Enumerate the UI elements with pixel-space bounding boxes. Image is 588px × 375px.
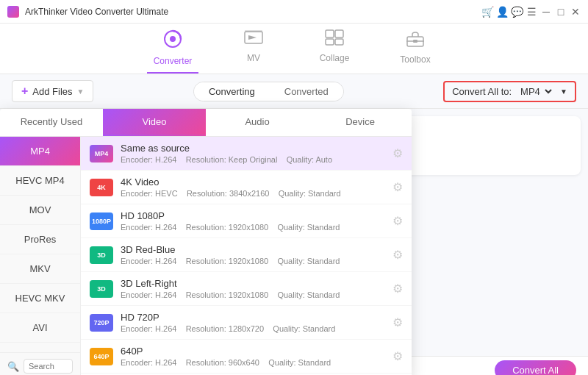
format-name: HD 1080P [121, 210, 385, 221]
format-settings-icon[interactable]: ⚙ [392, 180, 403, 194]
search-icon: 🔍 [7, 361, 19, 372]
close-icon[interactable]: ✕ [570, 7, 581, 17]
format-badge: MP4 [90, 145, 113, 162]
file-area: Source MKV 9... ⚙ ✂ Recently Used Video … [0, 109, 588, 356]
format-badge: 720P [90, 314, 113, 332]
nav-converter[interactable]: Converter [147, 29, 198, 74]
svg-rect-10 [413, 40, 417, 43]
tab-group: Converting Converted [193, 82, 344, 101]
add-files-dropdown-icon[interactable]: ▼ [77, 88, 85, 96]
titlebar: ArkThinker Video Converter Ultimate 🛒 👤 … [0, 0, 588, 24]
dropdown-tab-audio[interactable]: Audio [206, 109, 309, 136]
sidebar-item-hevc-mp4[interactable]: HEVC MP4 [0, 166, 80, 196]
sidebar-item-5k8k[interactable]: 5K/8K Video [0, 343, 80, 352]
format-settings-icon[interactable]: ⚙ [392, 315, 403, 329]
format-details: 4K Video Encoder: HEVC Resolution: 3840x… [121, 176, 385, 198]
svg-point-1 [170, 36, 176, 42]
format-settings-icon[interactable]: ⚙ [392, 349, 403, 363]
sidebar-item-mkv[interactable]: MKV [0, 254, 80, 284]
nav-mv-label: MV [247, 53, 260, 63]
convert-all-arrow: ▼ [560, 88, 567, 96]
maximize-icon[interactable]: □ [556, 7, 566, 17]
format-name: Same as source [121, 143, 385, 154]
toolbox-icon [406, 29, 425, 51]
svg-rect-5 [335, 30, 343, 38]
format-details: HD 720P Encoder: H.264 Resolution: 1280x… [121, 312, 385, 333]
format-badge: 1080P [90, 213, 113, 230]
format-meta: Encoder: H.264 Resolution: 1920x1080 Qua… [121, 257, 385, 265]
user-icon[interactable]: 👤 [497, 7, 507, 17]
format-list-item[interactable]: 3D 3D Left-Right Encoder: H.264 Resoluti… [81, 272, 412, 306]
titlebar-controls: 🛒 👤 💬 ☰ ─ □ ✕ [482, 7, 581, 17]
svg-rect-7 [335, 39, 343, 45]
nav-collage-label: Collage [320, 53, 350, 63]
convert-all-select[interactable]: MP4 MKV MOV AVI [517, 85, 554, 98]
format-meta: Encoder: H.264 Resolution: Keep Original… [121, 155, 385, 164]
sidebar-item-mov[interactable]: MOV [0, 196, 80, 225]
format-settings-icon[interactable]: ⚙ [392, 282, 403, 296]
app-icon [7, 6, 19, 18]
dropdown-body: MP4 HEVC MP4 MOV ProRes MKV HEVC MKV AVI… [0, 137, 412, 375]
format-details: HD 1080P Encoder: H.264 Resolution: 1920… [121, 210, 385, 232]
format-list-item[interactable]: MP4 Same as source Encoder: H.264 Resolu… [81, 137, 412, 171]
format-sidebar: MP4 HEVC MP4 MOV ProRes MKV HEVC MKV AVI… [0, 137, 80, 352]
format-meta: Encoder: HEVC Resolution: 3840x2160 Qual… [121, 189, 385, 198]
chat-icon[interactable]: 💬 [512, 7, 522, 17]
sidebar-item-prores[interactable]: ProRes [0, 225, 80, 254]
minimize-icon[interactable]: ─ [541, 7, 551, 17]
dropdown-tab-recently-used[interactable]: Recently Used [0, 109, 103, 136]
actionbar: + Add Files ▼ Converting Converted Conve… [0, 74, 588, 109]
format-badge: 3D [90, 246, 113, 264]
search-area: 🔍 [0, 352, 80, 375]
cart-icon[interactable]: 🛒 [482, 7, 492, 17]
format-name: HD 720P [121, 312, 385, 323]
nav-converter-label: Converter [154, 56, 193, 66]
format-meta: Encoder: H.264 Resolution: 1920x1080 Qua… [121, 290, 385, 299]
nav-collage[interactable]: Collage [309, 29, 360, 74]
main-content: Source MKV 9... ⚙ ✂ Recently Used Video … [0, 109, 588, 356]
plus-icon: + [21, 85, 28, 98]
format-details: 3D Left-Right Encoder: H.264 Resolution:… [121, 278, 385, 299]
format-name: 3D Left-Right [121, 278, 385, 289]
menu-icon[interactable]: ☰ [526, 7, 537, 17]
nav-toolbox-label: Toolbox [400, 54, 430, 65]
titlebar-left: ArkThinker Video Converter Ultimate [7, 6, 168, 18]
svg-rect-6 [326, 39, 334, 45]
sidebar-item-mp4[interactable]: MP4 [0, 137, 80, 166]
format-details: Same as source Encoder: H.264 Resolution… [121, 143, 385, 164]
dropdown-tab-video[interactable]: Video [103, 109, 206, 136]
format-list-item[interactable]: 3D 3D Red-Blue Encoder: H.264 Resolution… [81, 238, 412, 272]
add-files-label: Add Files [32, 86, 72, 97]
convert-all-selector: Convert All to: MP4 MKV MOV AVI ▼ [443, 81, 576, 102]
format-settings-icon[interactable]: ⚙ [392, 146, 403, 160]
convert-all-button[interactable]: Convert All [495, 360, 576, 375]
format-list-item[interactable]: 4K 4K Video Encoder: HEVC Resolution: 38… [81, 171, 412, 204]
converter-icon [163, 29, 182, 53]
format-list-item[interactable]: 720P HD 720P Encoder: H.264 Resolution: … [81, 306, 412, 340]
titlebar-title: ArkThinker Video Converter Ultimate [25, 7, 168, 17]
tab-converted[interactable]: Converted [270, 82, 343, 101]
add-files-button[interactable]: + Add Files ▼ [12, 80, 93, 102]
format-list-item[interactable]: 640P 640P Encoder: H.264 Resolution: 960… [81, 340, 412, 374]
format-badge: 3D [90, 280, 113, 298]
sidebar-item-hevc-mkv[interactable]: HEVC MKV [0, 284, 80, 313]
dropdown-tabs: Recently Used Video Audio Device [0, 109, 412, 137]
format-badge: 4K [90, 179, 113, 196]
format-settings-icon[interactable]: ⚙ [392, 248, 403, 262]
nav-toolbox[interactable]: Toolbox [390, 29, 441, 74]
tab-converting[interactable]: Converting [194, 82, 270, 101]
top-nav: Converter MV Collage [0, 24, 588, 74]
format-settings-icon[interactable]: ⚙ [392, 214, 403, 228]
search-input[interactable] [24, 359, 73, 374]
dropdown-tab-device[interactable]: Device [309, 109, 412, 136]
sidebar-item-avi[interactable]: AVI [0, 313, 80, 343]
nav-mv[interactable]: MV [228, 29, 279, 74]
format-list: MP4 Same as source Encoder: H.264 Resolu… [81, 137, 412, 375]
svg-rect-3 [245, 30, 262, 32]
format-name: 640P [121, 346, 385, 357]
format-details: 640P Encoder: H.264 Resolution: 960x640 … [121, 346, 385, 367]
mv-icon [244, 29, 263, 50]
format-name: 3D Red-Blue [121, 244, 385, 255]
format-list-item[interactable]: 1080P HD 1080P Encoder: H.264 Resolution… [81, 204, 412, 238]
format-dropdown: Recently Used Video Audio Device MP4 HEV… [0, 109, 412, 375]
